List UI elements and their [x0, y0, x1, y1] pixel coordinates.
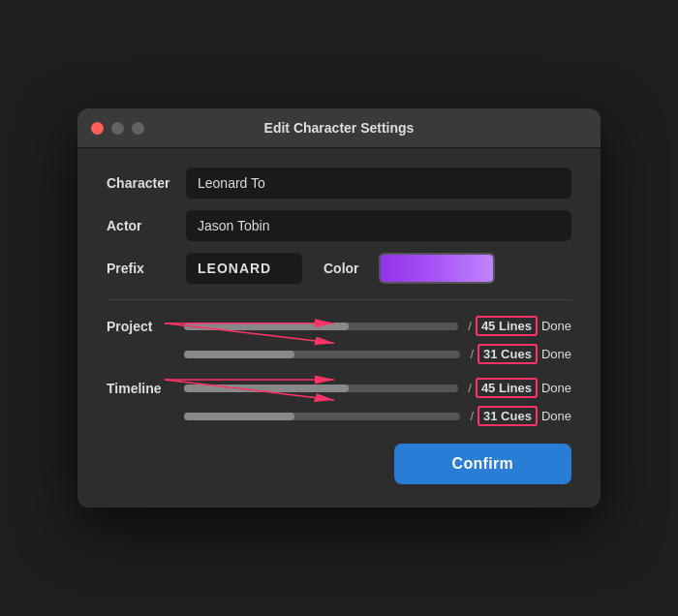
window-controls: [91, 122, 144, 135]
project-lines-slash: /: [468, 319, 472, 333]
timeline-lines-bar: [184, 385, 458, 392]
footer: Confirm: [107, 440, 571, 484]
stats-section: Project / 45 Lines Done: [107, 316, 571, 426]
prefix-label: Prefix: [107, 261, 174, 276]
prefix-input[interactable]: [186, 253, 302, 284]
project-cues-highlight: 31 Cues: [478, 344, 538, 364]
timeline-cues-bar-fill: [184, 413, 294, 420]
character-row: Character: [107, 168, 571, 199]
actor-row: Actor: [107, 210, 571, 241]
maximize-button[interactable]: [132, 122, 144, 135]
timeline-lines-values: / 45 Lines Done: [468, 378, 571, 398]
actor-label: Actor: [107, 218, 174, 233]
timeline-lines-slash: /: [468, 381, 472, 395]
timeline-cues-values: / 31 Cues Done: [470, 406, 571, 426]
timeline-cues-slash: /: [470, 409, 474, 423]
timeline-lines-bar-fill: [184, 385, 349, 392]
character-label: Character: [107, 175, 174, 191]
timeline-cues-done: Done: [541, 409, 571, 423]
window-title: Edit Character Settings: [264, 120, 415, 136]
confirm-button[interactable]: Confirm: [394, 444, 571, 484]
color-label: Color: [324, 261, 359, 276]
minimize-button[interactable]: [111, 122, 124, 135]
project-lines-values: / 45 Lines Done: [468, 316, 571, 336]
timeline-cues-bar: [184, 413, 460, 420]
project-cues-slash: /: [470, 347, 474, 361]
actor-input[interactable]: [186, 210, 571, 241]
prefix-row: Prefix Color: [107, 253, 571, 284]
titlebar: Edit Character Settings: [77, 108, 601, 148]
timeline-label: Timeline: [107, 381, 174, 396]
character-input[interactable]: [186, 168, 571, 199]
project-lines-bar-fill: [184, 323, 349, 330]
section-divider: [107, 299, 571, 300]
project-lines-row: Project / 45 Lines Done: [107, 316, 571, 336]
timeline-cues-row: / 31 Cues Done: [107, 406, 571, 426]
project-cues-bar: [184, 351, 460, 358]
timeline-group: Timeline / 45 Lines Done: [107, 378, 571, 426]
color-swatch[interactable]: [379, 253, 495, 284]
close-button[interactable]: [91, 122, 104, 135]
timeline-lines-done: Done: [541, 381, 571, 395]
content-area: Character Actor Prefix Color Project: [77, 148, 601, 508]
timeline-cues-highlight: 31 Cues: [478, 406, 538, 426]
project-group: Project / 45 Lines Done: [107, 316, 571, 364]
main-window: Edit Character Settings Character Actor …: [77, 108, 601, 508]
project-cues-row: / 31 Cues Done: [107, 344, 571, 364]
timeline-lines-highlight: 45 Lines: [476, 378, 538, 398]
project-label: Project: [107, 319, 174, 334]
project-cues-bar-fill: [184, 351, 294, 358]
timeline-lines-row: Timeline / 45 Lines Done: [107, 378, 571, 398]
project-lines-done: Done: [541, 319, 571, 333]
project-cues-values: / 31 Cues Done: [470, 344, 571, 364]
project-lines-highlight: 45 Lines: [476, 316, 538, 336]
project-cues-done: Done: [541, 347, 571, 361]
project-lines-bar: [184, 323, 458, 330]
